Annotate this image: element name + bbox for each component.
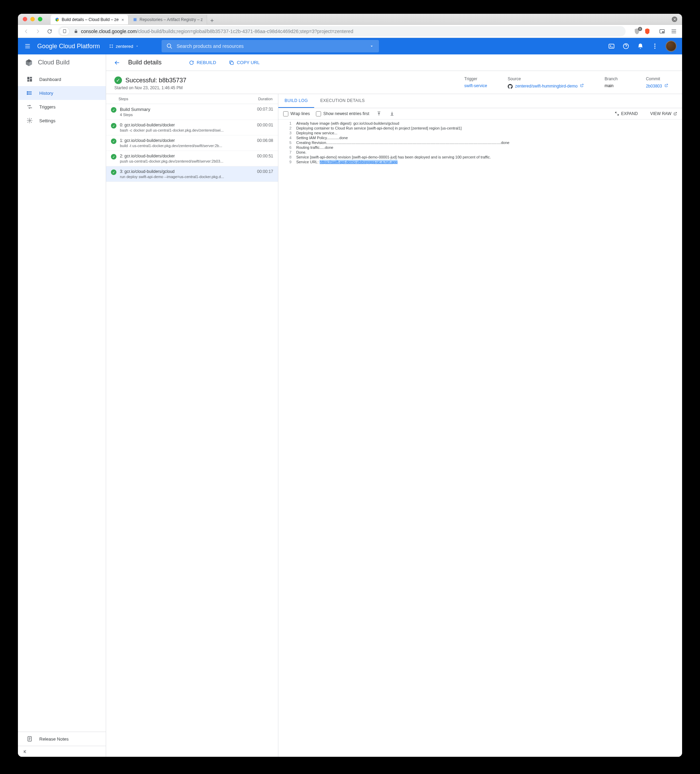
back-button[interactable]: [113, 59, 121, 67]
svg-rect-5: [63, 30, 66, 33]
browser-tab-inactive[interactable]: Repositories – Artifact Registry – z: [129, 15, 207, 25]
wrap-lines-checkbox[interactable]: Wrap lines: [283, 111, 310, 116]
shield-icon[interactable]: 0: [634, 28, 640, 35]
svg-point-25: [27, 94, 28, 95]
log-line: 4Setting IAM Policy............done: [278, 136, 682, 140]
view-raw-button[interactable]: VIEW RAW: [650, 111, 677, 116]
titlebar-close-icon[interactable]: ✕: [672, 17, 677, 22]
brave-icon[interactable]: [644, 28, 650, 35]
product-header: Cloud Build: [18, 55, 106, 71]
sidebar-item-label: Triggers: [39, 104, 55, 109]
log-line: 3Deploying new service...: [278, 131, 682, 136]
url-field[interactable]: console.cloud.google.com/cloud-build/bui…: [58, 26, 626, 36]
tab-build-log[interactable]: BUILD LOG: [278, 94, 314, 108]
svg-rect-6: [75, 31, 78, 33]
sidebar-item-label: Settings: [39, 118, 55, 123]
help-icon[interactable]: [622, 42, 630, 50]
chevron-down-icon[interactable]: [369, 44, 374, 49]
build-status-title: Successful: b8b35737: [126, 77, 186, 84]
svg-rect-0: [133, 18, 136, 21]
svg-rect-19: [27, 77, 29, 79]
reload-button[interactable]: [46, 28, 53, 35]
svg-rect-28: [231, 62, 233, 64]
service-url-link[interactable]: https://swift-api-demo-vbitxepqga-uc.a.r…: [320, 160, 397, 164]
svg-rect-3: [134, 20, 135, 21]
log-panel: BUILD LOG EXECUTION DETAILS Wrap lines S…: [278, 94, 682, 757]
meta-commit: Commit 2b03803: [646, 76, 668, 89]
avatar[interactable]: [665, 41, 677, 52]
browser-menu-button[interactable]: [670, 28, 677, 35]
gear-icon: [26, 117, 33, 124]
meta-trigger: Trigger swift-service: [464, 76, 487, 88]
github-icon: [508, 84, 513, 89]
svg-point-23: [27, 92, 28, 92]
download-icon[interactable]: [389, 110, 396, 117]
minimize-window-button[interactable]: [30, 17, 35, 22]
url-extensions: 0: [634, 28, 650, 35]
gcp-header: Google Cloud Platform zentered: [18, 38, 682, 55]
search-input[interactable]: [177, 43, 366, 49]
scroll-top-icon[interactable]: [376, 110, 382, 117]
log-line: 5Creating Revision......................…: [278, 140, 682, 145]
svg-rect-2: [136, 18, 136, 19]
build-info: ✓ Successful: b8b35737 Started on Nov 23…: [106, 71, 682, 94]
newest-first-checkbox[interactable]: Show newest entries first: [316, 111, 369, 116]
collapse-nav-button[interactable]: [18, 746, 106, 757]
trigger-link[interactable]: swift-service: [464, 83, 487, 88]
dashboard-icon: [26, 76, 33, 83]
maximize-window-button[interactable]: [38, 17, 42, 22]
sidebar-item-history[interactable]: History: [18, 86, 106, 100]
sidebar-release-notes[interactable]: Release Notes: [18, 732, 106, 746]
sidebar-item-dashboard[interactable]: Dashboard: [18, 72, 106, 86]
nav-menu-button[interactable]: [23, 42, 32, 50]
nav-forward-button[interactable]: [35, 28, 41, 35]
close-window-button[interactable]: [23, 17, 27, 22]
cloud-shell-icon[interactable]: [608, 42, 615, 50]
nav-back-button[interactable]: [23, 28, 30, 35]
svg-point-24: [27, 93, 28, 93]
log-lines[interactable]: 1Already have image (with digest): gcr.i…: [278, 119, 682, 757]
rebuild-button[interactable]: REBUILD: [186, 58, 219, 68]
step-row[interactable]: ✓ 3: gcr.io/cloud-builders/gcloud run de…: [106, 166, 278, 182]
close-tab-icon[interactable]: ×: [121, 17, 124, 22]
expand-button[interactable]: EXPAND: [615, 111, 638, 116]
notifications-icon[interactable]: [637, 42, 644, 50]
success-icon: ✓: [111, 107, 116, 112]
meta-branch: Branch main: [604, 76, 625, 88]
step-row[interactable]: ✓ 1: gcr.io/cloud-builders/docker build …: [106, 136, 278, 151]
step-row[interactable]: ✓ 0: gcr.io/cloud-builders/docker bash -…: [106, 120, 278, 136]
log-line: 8Service [swift-api-demo] revision [swif…: [278, 155, 682, 159]
sidebar-item-triggers[interactable]: Triggers: [18, 100, 106, 114]
step-row[interactable]: ✓ 2: gcr.io/cloud-builders/docker push u…: [106, 151, 278, 166]
commit-link[interactable]: 2b03803: [646, 84, 662, 89]
copy-icon: [228, 60, 235, 66]
browser-tab-active[interactable]: Build details – Cloud Build – ze ×: [51, 15, 129, 25]
sidebar-item-settings[interactable]: Settings: [18, 114, 106, 127]
refresh-icon: [189, 60, 195, 66]
svg-point-13: [167, 44, 171, 48]
project-picker[interactable]: zentered: [106, 42, 142, 50]
success-icon: ✓: [111, 139, 116, 144]
main-content: Build details REBUILD COPY URL ✓ Success…: [106, 55, 682, 757]
source-link[interactable]: zentered/swift-hummingbird-demo: [515, 84, 578, 89]
copy-url-button[interactable]: COPY URL: [226, 58, 262, 68]
notes-icon: [26, 736, 33, 742]
sidebar-item-label: Dashboard: [39, 77, 61, 82]
search-box[interactable]: [162, 40, 379, 52]
shield-count: 0: [638, 27, 642, 31]
pip-button[interactable]: [659, 28, 665, 35]
step-summary[interactable]: ✓ Build Summary 4 Steps 00:07:31: [106, 104, 278, 120]
header-icons: [608, 41, 677, 52]
site-info-chip[interactable]: [59, 27, 70, 35]
success-icon: ✓: [111, 169, 116, 175]
more-menu-icon[interactable]: [651, 42, 659, 50]
svg-rect-21: [30, 79, 32, 82]
external-link-icon: [580, 83, 584, 88]
new-tab-button[interactable]: +: [207, 17, 217, 25]
tab-execution-details[interactable]: EXECUTION DETAILS: [314, 94, 371, 108]
url-text: console.cloud.google.com/cloud-build/bui…: [81, 28, 353, 34]
steps-header: Steps Duration: [106, 94, 278, 104]
svg-rect-22: [27, 80, 29, 82]
log-line: 9Service URL: https://swift-api-demo-vbi…: [278, 159, 682, 164]
svg-rect-4: [136, 20, 136, 21]
